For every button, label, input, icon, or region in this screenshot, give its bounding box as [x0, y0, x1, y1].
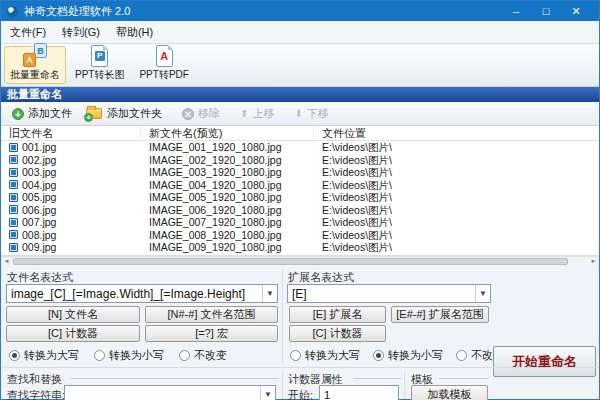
col-new-filename[interactable]: 新文件名(预览) [141, 126, 314, 140]
insert-filename-range-button[interactable]: [N#-#] 文件名范围 [145, 306, 278, 323]
counter-start-input[interactable] [319, 385, 399, 400]
new-filename: IMAGE_008_1920_1080.jpg [141, 229, 314, 242]
counter-start-label: 开始: [288, 388, 313, 400]
tool-label: 批量重命名 [10, 68, 60, 82]
old-filename: 007.jpg [22, 216, 56, 229]
add-folder-button[interactable]: + 添加文件夹 [79, 104, 169, 123]
scroll-left-icon[interactable]: ◄ [1, 257, 12, 266]
maximize-icon[interactable]: □ [531, 1, 561, 21]
image-file-icon [9, 155, 18, 164]
table-row[interactable]: 008.jpg IMAGE_008_1920_1080.jpg E:\video… [1, 229, 599, 242]
find-string-combobox[interactable]: ▼ [64, 385, 276, 400]
scrollbar-thumb[interactable] [13, 258, 568, 265]
radio-uppercase[interactable]: 转换为大写 [9, 348, 79, 363]
window-controls: – □ ✕ [501, 1, 591, 21]
ppt-to-image-icon: P [91, 45, 108, 67]
file-path: E:\videos\图片\ [314, 204, 599, 217]
tool-ppt-to-image[interactable]: P PPT转长图 [69, 46, 130, 84]
radio-no-change[interactable]: 不改变 [179, 348, 227, 363]
insert-ext-counter-button[interactable]: [C] 计数器 [289, 325, 386, 342]
chevron-down-icon[interactable]: ▼ [262, 285, 277, 302]
file-path: E:\videos\图片\ [314, 166, 599, 179]
new-filename: IMAGE_007_1920_1080.jpg [141, 216, 314, 229]
move-up-icon: ⬆ [240, 109, 248, 119]
image-file-icon [9, 143, 18, 152]
chevron-down-icon[interactable]: ▼ [475, 285, 490, 302]
table-row[interactable]: 007.jpg IMAGE_007_1920_1080.jpg E:\video… [1, 216, 599, 229]
tool-batch-rename[interactable]: B A 批量重命名 [4, 46, 66, 84]
minimize-icon[interactable]: – [501, 1, 531, 21]
old-filename: 008.jpg [22, 229, 56, 242]
ppt-to-pdf-icon: A [156, 45, 173, 67]
extension-expression-label: 扩展名表达式 [288, 270, 354, 285]
window-title: 神奇文档处理软件 2.0 [24, 4, 130, 19]
add-file-icon: + [12, 108, 24, 120]
table-row[interactable]: 001.jpg IMAGE_001_1920_1080.jpg E:\video… [1, 141, 599, 154]
start-rename-button[interactable]: 开始重命名 [493, 346, 596, 377]
horizontal-scrollbar[interactable]: ◄ ► [1, 256, 599, 266]
insert-extension-button[interactable]: [E] 扩展名 [289, 306, 386, 323]
menu-goto[interactable]: 转到(G) [62, 25, 100, 40]
insert-filename-button[interactable]: [N] 文件名 [6, 306, 140, 323]
menu-bar: 文件(F) 转到(G) 帮助(H) [1, 21, 599, 44]
chevron-down-icon[interactable]: ▼ [260, 386, 275, 400]
filename-expression-label: 文件名表达式 [7, 270, 73, 285]
rename-settings-panel: 文件名表达式 image_[C]_[=Image.Width]_[=Image.… [1, 266, 599, 399]
table-row[interactable]: 005.jpg IMAGE_005_1920_1080.jpg E:\video… [1, 191, 599, 204]
table-row[interactable]: 006.jpg IMAGE_006_1920_1080.jpg E:\video… [1, 204, 599, 217]
table-row[interactable]: 002.jpg IMAGE_002_1920_1080.jpg E:\video… [1, 154, 599, 167]
filename-expression-value: image_[C]_[=Image.Width]_[=Image.Height] [7, 287, 262, 301]
table-row[interactable]: 009.jpg IMAGE_009_1920_1080.jpg E:\video… [1, 241, 599, 254]
radio-uppercase[interactable]: 转换为大写 [290, 348, 360, 363]
file-path: E:\videos\图片\ [314, 241, 599, 254]
scroll-right-icon[interactable]: ► [588, 257, 599, 266]
add-file-button[interactable]: + 添加文件 [5, 104, 79, 123]
new-filename: IMAGE_001_1920_1080.jpg [141, 141, 314, 154]
old-filename: 009.jpg [22, 241, 56, 254]
old-filename: 004.jpg [22, 179, 56, 192]
insert-extension-range-button[interactable]: [E#-#] 扩展名范围 [391, 306, 489, 323]
new-filename: IMAGE_003_1920_1080.jpg [141, 166, 314, 179]
radio-lowercase[interactable]: 转换为小写 [94, 348, 164, 363]
extension-expression-value: [E] [288, 287, 475, 301]
app-window: 神奇文档处理软件 2.0 – □ ✕ 文件(F) 转到(G) 帮助(H) B A… [0, 0, 600, 400]
move-down-button[interactable]: ⬇ 下移 [287, 104, 335, 123]
file-path: E:\videos\图片\ [314, 179, 599, 192]
close-icon[interactable]: ✕ [561, 1, 591, 21]
extension-expression-combobox[interactable]: [E] ▼ [287, 284, 491, 303]
insert-macro-button[interactable]: [=?] 宏 [145, 325, 278, 342]
radio-icon [94, 350, 105, 361]
table-row[interactable]: 003.jpg IMAGE_003_1920_1080.jpg E:\video… [1, 166, 599, 179]
new-filename: IMAGE_005_1920_1080.jpg [141, 191, 314, 204]
load-template-button[interactable]: 加载模板 [411, 385, 488, 400]
move-up-button[interactable]: ⬆ 上移 [233, 104, 281, 123]
remove-icon: ✕ [182, 108, 194, 120]
image-file-icon [9, 218, 18, 227]
move-down-icon: ⬇ [294, 109, 302, 119]
insert-counter-button[interactable]: [C] 计数器 [6, 325, 140, 342]
column-divider [282, 268, 283, 364]
app-icon [7, 6, 18, 17]
image-file-icon [9, 243, 18, 252]
file-path: E:\videos\图片\ [314, 141, 599, 154]
radio-lowercase[interactable]: 转换为小写 [373, 348, 443, 363]
table-header: 旧文件名 新文件名(预览) 文件位置 [1, 126, 599, 141]
find-string-label: 查找字符串: [7, 388, 65, 400]
radio-icon [456, 350, 467, 361]
image-file-icon [9, 180, 18, 189]
col-file-location[interactable]: 文件位置 [314, 126, 599, 140]
filename-expression-combobox[interactable]: image_[C]_[=Image.Width]_[=Image.Height]… [6, 284, 278, 303]
image-file-icon [9, 168, 18, 177]
file-path: E:\videos\图片\ [314, 191, 599, 204]
old-filename: 003.jpg [22, 166, 56, 179]
add-folder-icon: + [86, 107, 103, 120]
image-file-icon [9, 230, 18, 239]
col-old-filename[interactable]: 旧文件名 [1, 126, 141, 140]
tool-ppt-to-pdf[interactable]: A PPT转PDF [133, 46, 194, 84]
new-filename: IMAGE_004_1920_1080.jpg [141, 179, 314, 192]
old-filename: 001.jpg [22, 141, 56, 154]
menu-help[interactable]: 帮助(H) [116, 25, 153, 40]
menu-file[interactable]: 文件(F) [10, 25, 46, 40]
table-row[interactable]: 004.jpg IMAGE_004_1920_1080.jpg E:\video… [1, 179, 599, 192]
remove-button[interactable]: ✕ 移除 [175, 104, 227, 123]
